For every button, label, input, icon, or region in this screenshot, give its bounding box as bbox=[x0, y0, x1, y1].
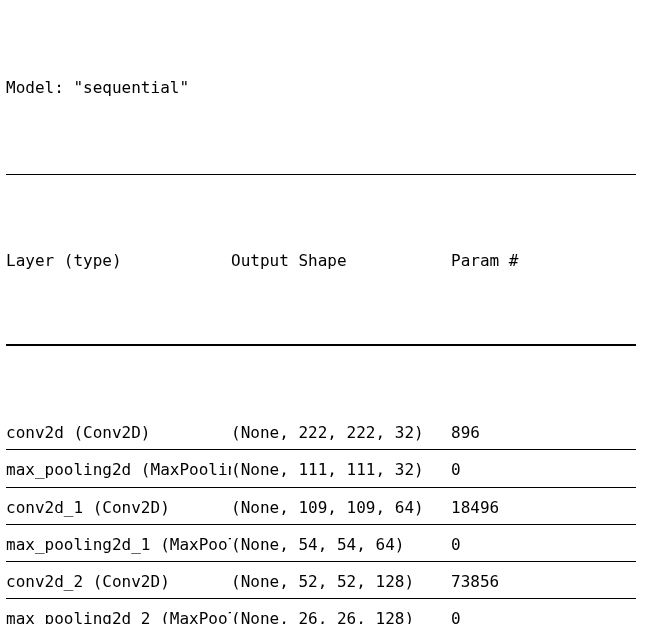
cell-shape: (None, 111, 111, 32) bbox=[231, 458, 451, 481]
model-title: Model: "sequential" bbox=[6, 76, 653, 99]
cell-layer: max_pooling2d_2 (MaxPooling2 bbox=[6, 607, 231, 624]
separator-header-thick bbox=[6, 344, 636, 346]
cell-shape: (None, 26, 26, 128) bbox=[231, 607, 451, 624]
cell-layer: conv2d (Conv2D) bbox=[6, 421, 231, 444]
table-row: max_pooling2d_1 (MaxPooling2(None, 54, 5… bbox=[6, 531, 653, 558]
row-separator bbox=[6, 524, 636, 525]
cell-param: 0 bbox=[451, 533, 631, 556]
row-separator bbox=[6, 449, 636, 450]
cell-layer: max_pooling2d_1 (MaxPooling2 bbox=[6, 533, 231, 556]
table-row: max_pooling2d (MaxPooling2D)(None, 111, … bbox=[6, 456, 653, 483]
model-summary: Model: "sequential" Layer (type) Output … bbox=[6, 6, 653, 624]
table-row: conv2d (Conv2D)(None, 222, 222, 32)896 bbox=[6, 419, 653, 446]
table-row: conv2d_2 (Conv2D)(None, 52, 52, 128)7385… bbox=[6, 568, 653, 595]
row-separator bbox=[6, 487, 636, 488]
header-shape: Output Shape bbox=[231, 249, 451, 272]
cell-shape: (None, 109, 109, 64) bbox=[231, 496, 451, 519]
cell-shape: (None, 52, 52, 128) bbox=[231, 570, 451, 593]
cell-layer: conv2d_1 (Conv2D) bbox=[6, 496, 231, 519]
cell-param: 0 bbox=[451, 607, 631, 624]
cell-param: 18496 bbox=[451, 496, 631, 519]
cell-shape: (None, 222, 222, 32) bbox=[231, 421, 451, 444]
cell-param: 896 bbox=[451, 421, 631, 444]
cell-layer: max_pooling2d (MaxPooling2D) bbox=[6, 458, 231, 481]
separator-top-thin bbox=[6, 174, 636, 175]
header-layer: Layer (type) bbox=[6, 249, 231, 272]
row-separator bbox=[6, 561, 636, 562]
row-separator bbox=[6, 598, 636, 599]
table-row: max_pooling2d_2 (MaxPooling2(None, 26, 2… bbox=[6, 605, 653, 624]
table-row: conv2d_1 (Conv2D)(None, 109, 109, 64)184… bbox=[6, 494, 653, 521]
rows-container: conv2d (Conv2D)(None, 222, 222, 32)896ma… bbox=[6, 419, 653, 624]
header-row: Layer (type) Output Shape Param # bbox=[6, 249, 653, 272]
cell-layer: conv2d_2 (Conv2D) bbox=[6, 570, 231, 593]
cell-param: 73856 bbox=[451, 570, 631, 593]
header-param: Param # bbox=[451, 249, 631, 272]
cell-shape: (None, 54, 54, 64) bbox=[231, 533, 451, 556]
cell-param: 0 bbox=[451, 458, 631, 481]
